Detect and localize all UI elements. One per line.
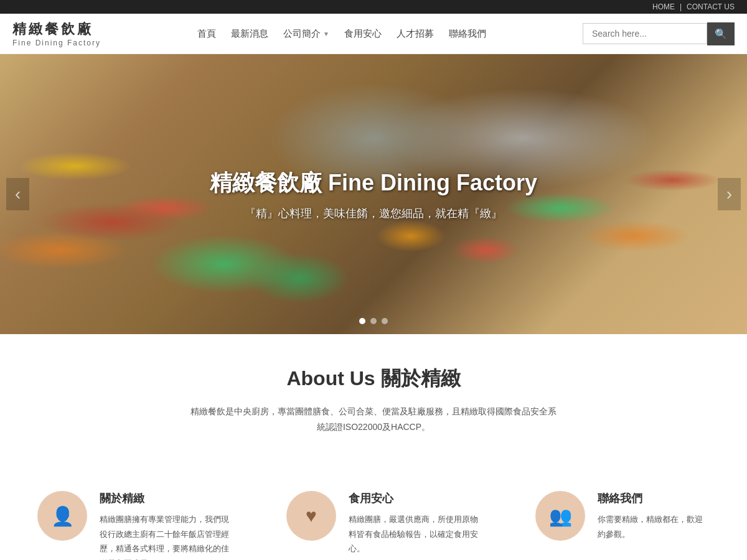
search-icon: 🔍: [715, 29, 727, 39]
about-title: About Us 關於精緻: [12, 365, 735, 393]
feature-contact: 👥 聯絡我們 你需要精緻，精緻都在，歡迎約參觀。: [535, 491, 710, 560]
hero-banner: 精緻餐飲廠 Fine Dining Factory 『精』心料理，美味佳餚，邀您…: [0, 54, 747, 334]
nav-contact[interactable]: 聯絡我們: [449, 28, 486, 40]
nav-news[interactable]: 最新消息: [231, 28, 268, 40]
about-section: About Us 關於精緻 精緻餐飲是中央廚房，專當團體膳食、公司合菜、便當及駐…: [0, 334, 747, 478]
feature-contact-icon-wrap: 👥: [535, 491, 585, 541]
nav-home[interactable]: 首頁: [197, 28, 216, 40]
hero-next-arrow[interactable]: ›: [718, 178, 741, 210]
nav-food-safety[interactable]: 食用安心: [344, 28, 382, 40]
hero-text-overlay: 精緻餐飲廠 Fine Dining Factory 『精』心料理，美味佳餚，邀您…: [210, 168, 537, 221]
feature-contact-content: 聯絡我們 你需要精緻，精緻都在，歡迎約參觀。: [598, 491, 710, 541]
top-separator: |: [680, 2, 682, 11]
features-section: 👤 關於精緻 精緻團膳擁有專業管理能力，我們現役行政總主廚有二十餘年飯店管理經歷…: [0, 478, 747, 560]
search-area: 🔍: [583, 22, 735, 45]
logo-subtitle: Fine Dining Factory: [12, 39, 101, 47]
top-bar: HOME | CONTACT US: [0, 0, 747, 14]
logo-area[interactable]: 精緻餐飲廠 Fine Dining Factory: [12, 20, 101, 47]
feature-about-title: 關於精緻: [100, 491, 237, 506]
hero-dots: [359, 318, 388, 324]
search-button[interactable]: 🔍: [707, 22, 735, 45]
dot-3[interactable]: [382, 318, 388, 324]
feature-about-desc: 精緻團膳擁有專業管理能力，我們現役行政總主廚有二十餘年飯店管理經歷，精通各式料理…: [100, 512, 237, 560]
feature-about-icon-wrap: 👤: [37, 491, 87, 541]
feature-about: 👤 關於精緻 精緻團膳擁有專業管理能力，我們現役行政總主廚有二十餘年飯店管理經歷…: [37, 491, 237, 560]
nav-careers[interactable]: 人才招募: [397, 28, 434, 40]
feature-food-safety: ♥ 食用安心 精緻團膳，嚴選供應商，所使用原物料皆有食品檢驗報告，以確定食用安心…: [286, 491, 486, 560]
feature-about-content: 關於精緻 精緻團膳擁有專業管理能力，我們現役行政總主廚有二十餘年飯店管理經歷，精…: [100, 491, 237, 560]
group-icon: 👥: [549, 505, 572, 527]
feature-food-safety-desc: 精緻團膳，嚴選供應商，所使用原物料皆有食品檢驗報告，以確定食用安心。: [349, 512, 486, 556]
home-link[interactable]: HOME: [652, 2, 675, 11]
header: 精緻餐飲廠 Fine Dining Factory 首頁 最新消息 公司簡介 ▼…: [0, 14, 747, 54]
main-nav: 首頁 最新消息 公司簡介 ▼ 食用安心 人才招募 聯絡我們: [197, 28, 486, 40]
feature-food-safety-title: 食用安心: [349, 491, 486, 506]
heart-icon: ♥: [306, 505, 317, 526]
chevron-down-icon: ▼: [323, 30, 329, 37]
feature-contact-title: 聯絡我們: [598, 491, 710, 506]
feature-contact-desc: 你需要精緻，精緻都在，歡迎約參觀。: [598, 512, 710, 541]
feature-food-safety-icon-wrap: ♥: [286, 491, 336, 541]
logo-title: 精緻餐飲廠: [12, 20, 101, 39]
hero-title: 精緻餐飲廠 Fine Dining Factory: [210, 168, 537, 198]
about-description: 精緻餐飲是中央廚房，專當團體膳食、公司合菜、便當及駐廠服務，且精緻取得國際食品安…: [187, 404, 560, 435]
nav-about-dropdown[interactable]: 公司簡介 ▼: [283, 28, 329, 40]
dot-2[interactable]: [370, 318, 377, 324]
contact-us-link[interactable]: CONTACT US: [687, 2, 735, 11]
person-icon: 👤: [51, 505, 74, 527]
dot-1[interactable]: [359, 318, 365, 324]
feature-food-safety-content: 食用安心 精緻團膳，嚴選供應商，所使用原物料皆有食品檢驗報告，以確定食用安心。: [349, 491, 486, 556]
hero-subtitle: 『精』心料理，美味佳餚，邀您細品，就在精『緻』: [210, 206, 537, 221]
hero-prev-arrow[interactable]: ‹: [6, 178, 29, 210]
search-input[interactable]: [583, 23, 707, 44]
